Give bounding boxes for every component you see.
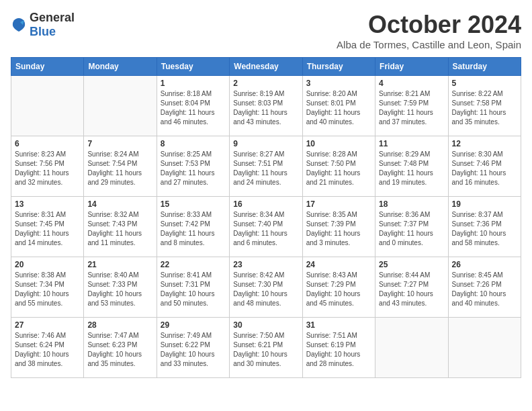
day-info: Sunrise: 8:28 AM Sunset: 7:50 PM Dayligh…	[306, 150, 371, 187]
day-number: 13	[15, 199, 80, 209]
day-number: 2	[233, 79, 298, 88]
calendar-cell: 7Sunrise: 8:24 AM Sunset: 7:54 PM Daylig…	[84, 136, 157, 197]
calendar-cell: 15Sunrise: 8:33 AM Sunset: 7:42 PM Dayli…	[157, 197, 229, 257]
day-number: 4	[379, 79, 444, 88]
calendar-cell: 11Sunrise: 8:29 AM Sunset: 7:48 PM Dayli…	[375, 136, 448, 197]
week-row-5: 27Sunrise: 7:46 AM Sunset: 6:24 PM Dayli…	[11, 318, 521, 378]
calendar-cell: 1Sunrise: 8:18 AM Sunset: 8:04 PM Daylig…	[157, 76, 229, 136]
day-number: 16	[233, 199, 298, 209]
calendar-cell: 26Sunrise: 8:45 AM Sunset: 7:26 PM Dayli…	[448, 257, 521, 318]
calendar-cell: 25Sunrise: 8:44 AM Sunset: 7:27 PM Dayli…	[375, 257, 448, 318]
day-number: 27	[15, 320, 80, 330]
day-number: 24	[306, 260, 371, 269]
day-info: Sunrise: 8:31 AM Sunset: 7:45 PM Dayligh…	[15, 210, 80, 248]
day-info: Sunrise: 8:40 AM Sunset: 7:33 PM Dayligh…	[87, 271, 152, 308]
calendar-cell: 30Sunrise: 7:50 AM Sunset: 6:21 PM Dayli…	[230, 318, 302, 378]
day-number: 28	[87, 320, 152, 330]
calendar-cell: 2Sunrise: 8:19 AM Sunset: 8:03 PM Daylig…	[230, 76, 302, 136]
logo-icon	[11, 17, 27, 33]
day-number: 11	[379, 139, 444, 148]
calendar-cell: 27Sunrise: 7:46 AM Sunset: 6:24 PM Dayli…	[11, 318, 84, 378]
weekday-header-wednesday: Wednesday	[230, 58, 302, 76]
day-info: Sunrise: 8:20 AM Sunset: 8:01 PM Dayligh…	[306, 89, 371, 127]
title-area: October 2024 Alba de Tormes, Castille an…	[337, 11, 521, 50]
day-info: Sunrise: 8:34 AM Sunset: 7:40 PM Dayligh…	[233, 210, 298, 248]
weekday-header-tuesday: Tuesday	[157, 58, 229, 76]
calendar-cell: 14Sunrise: 8:32 AM Sunset: 7:43 PM Dayli…	[84, 197, 157, 257]
day-number: 25	[379, 260, 444, 269]
calendar-cell: 17Sunrise: 8:35 AM Sunset: 7:39 PM Dayli…	[302, 197, 375, 257]
day-number: 31	[306, 320, 371, 330]
day-info: Sunrise: 7:50 AM Sunset: 6:21 PM Dayligh…	[233, 331, 298, 369]
day-info: Sunrise: 8:24 AM Sunset: 7:54 PM Dayligh…	[87, 150, 152, 187]
calendar-cell: 3Sunrise: 8:20 AM Sunset: 8:01 PM Daylig…	[302, 76, 375, 136]
weekday-header-row: SundayMondayTuesdayWednesdayThursdayFrid…	[11, 58, 521, 76]
day-info: Sunrise: 8:25 AM Sunset: 7:53 PM Dayligh…	[161, 150, 226, 187]
day-info: Sunrise: 8:43 AM Sunset: 7:29 PM Dayligh…	[306, 271, 371, 308]
day-number: 7	[87, 139, 152, 148]
day-number: 22	[161, 260, 226, 269]
day-number: 1	[161, 79, 226, 88]
header: General Blue October 2024 Alba de Tormes…	[11, 11, 521, 50]
calendar-cell: 16Sunrise: 8:34 AM Sunset: 7:40 PM Dayli…	[230, 197, 302, 257]
day-number: 6	[15, 139, 80, 148]
day-info: Sunrise: 8:30 AM Sunset: 7:46 PM Dayligh…	[452, 150, 517, 187]
week-row-3: 13Sunrise: 8:31 AM Sunset: 7:45 PM Dayli…	[11, 197, 521, 257]
day-number: 5	[452, 79, 517, 88]
calendar-cell: 13Sunrise: 8:31 AM Sunset: 7:45 PM Dayli…	[11, 197, 84, 257]
day-info: Sunrise: 7:47 AM Sunset: 6:23 PM Dayligh…	[87, 331, 152, 369]
day-number: 21	[87, 260, 152, 269]
calendar-cell: 22Sunrise: 8:41 AM Sunset: 7:31 PM Dayli…	[157, 257, 229, 318]
location-title: Alba de Tormes, Castille and Leon, Spain	[337, 39, 521, 50]
day-number: 10	[306, 139, 371, 148]
calendar-cell: 28Sunrise: 7:47 AM Sunset: 6:23 PM Dayli…	[84, 318, 157, 378]
weekday-header-friday: Friday	[375, 58, 448, 76]
calendar-cell: 10Sunrise: 8:28 AM Sunset: 7:50 PM Dayli…	[302, 136, 375, 197]
day-number: 23	[233, 260, 298, 269]
calendar-cell	[448, 318, 521, 378]
day-info: Sunrise: 8:22 AM Sunset: 7:58 PM Dayligh…	[452, 89, 517, 127]
day-number: 30	[233, 320, 298, 330]
calendar-cell: 23Sunrise: 8:42 AM Sunset: 7:30 PM Dayli…	[230, 257, 302, 318]
week-row-4: 20Sunrise: 8:38 AM Sunset: 7:34 PM Dayli…	[11, 257, 521, 318]
day-number: 29	[161, 320, 226, 330]
day-info: Sunrise: 8:42 AM Sunset: 7:30 PM Dayligh…	[233, 271, 298, 308]
calendar-cell: 24Sunrise: 8:43 AM Sunset: 7:29 PM Dayli…	[302, 257, 375, 318]
weekday-header-thursday: Thursday	[302, 58, 375, 76]
day-info: Sunrise: 7:51 AM Sunset: 6:19 PM Dayligh…	[306, 331, 371, 369]
logo-text: General Blue	[30, 11, 75, 39]
day-number: 15	[161, 199, 226, 209]
day-number: 26	[452, 260, 517, 269]
day-info: Sunrise: 8:29 AM Sunset: 7:48 PM Dayligh…	[379, 150, 444, 187]
day-info: Sunrise: 8:23 AM Sunset: 7:56 PM Dayligh…	[15, 150, 80, 187]
day-info: Sunrise: 8:36 AM Sunset: 7:37 PM Dayligh…	[379, 210, 444, 248]
calendar-cell: 6Sunrise: 8:23 AM Sunset: 7:56 PM Daylig…	[11, 136, 84, 197]
calendar-cell: 9Sunrise: 8:27 AM Sunset: 7:51 PM Daylig…	[230, 136, 302, 197]
calendar-cell: 20Sunrise: 8:38 AM Sunset: 7:34 PM Dayli…	[11, 257, 84, 318]
calendar-cell: 12Sunrise: 8:30 AM Sunset: 7:46 PM Dayli…	[448, 136, 521, 197]
day-info: Sunrise: 8:19 AM Sunset: 8:03 PM Dayligh…	[233, 89, 298, 127]
calendar-cell: 21Sunrise: 8:40 AM Sunset: 7:33 PM Dayli…	[84, 257, 157, 318]
logo: General Blue	[11, 11, 75, 39]
day-number: 14	[87, 199, 152, 209]
calendar-cell	[375, 318, 448, 378]
weekday-header-saturday: Saturday	[448, 58, 521, 76]
calendar-cell: 8Sunrise: 8:25 AM Sunset: 7:53 PM Daylig…	[157, 136, 229, 197]
day-info: Sunrise: 8:18 AM Sunset: 8:04 PM Dayligh…	[161, 89, 226, 127]
day-number: 19	[452, 199, 517, 209]
day-info: Sunrise: 8:44 AM Sunset: 7:27 PM Dayligh…	[379, 271, 444, 308]
month-title: October 2024	[337, 11, 521, 39]
day-info: Sunrise: 8:32 AM Sunset: 7:43 PM Dayligh…	[87, 210, 152, 248]
day-info: Sunrise: 8:45 AM Sunset: 7:26 PM Dayligh…	[452, 271, 517, 308]
week-row-2: 6Sunrise: 8:23 AM Sunset: 7:56 PM Daylig…	[11, 136, 521, 197]
calendar-cell: 31Sunrise: 7:51 AM Sunset: 6:19 PM Dayli…	[302, 318, 375, 378]
calendar-cell	[84, 76, 157, 136]
day-info: Sunrise: 8:37 AM Sunset: 7:36 PM Dayligh…	[452, 210, 517, 248]
day-info: Sunrise: 8:27 AM Sunset: 7:51 PM Dayligh…	[233, 150, 298, 187]
day-info: Sunrise: 8:41 AM Sunset: 7:31 PM Dayligh…	[161, 271, 226, 308]
day-info: Sunrise: 8:33 AM Sunset: 7:42 PM Dayligh…	[161, 210, 226, 248]
calendar-cell: 5Sunrise: 8:22 AM Sunset: 7:58 PM Daylig…	[448, 76, 521, 136]
day-info: Sunrise: 7:49 AM Sunset: 6:22 PM Dayligh…	[161, 331, 226, 369]
day-number: 8	[161, 139, 226, 148]
calendar-cell: 4Sunrise: 8:21 AM Sunset: 7:59 PM Daylig…	[375, 76, 448, 136]
